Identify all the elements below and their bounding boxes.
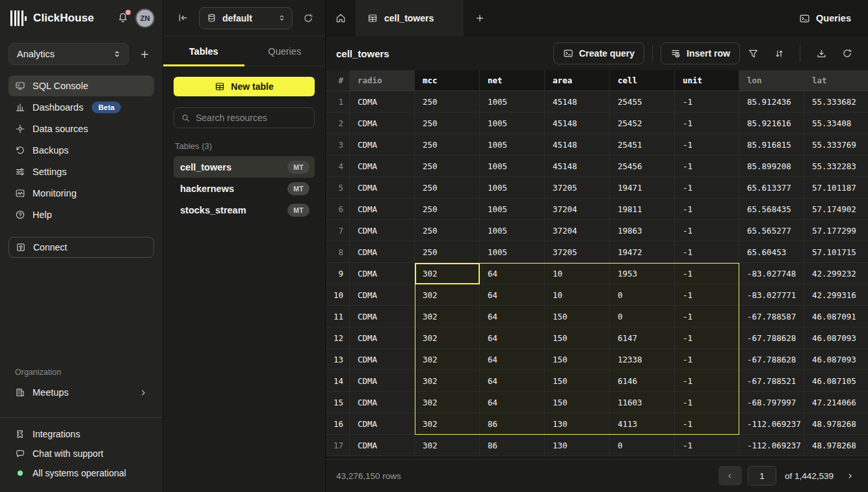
cell-radio[interactable]: CDMA [350,177,415,198]
connect-button[interactable]: Connect [8,237,154,258]
cell-cell[interactable]: 4113 [610,413,675,435]
cell-cell[interactable]: 6146 [610,370,675,392]
cell-lat[interactable]: 55.333682 [804,91,868,113]
queries-button[interactable]: Queries [782,0,868,36]
sidebar-item-data-sources[interactable]: Data sources [8,118,154,139]
cell-radio[interactable]: CDMA [350,198,415,220]
cell-mcc[interactable]: 302 [415,284,480,306]
sidebar-item-meetups[interactable]: Meetups [8,382,154,403]
cell-cell[interactable]: 6147 [610,327,675,349]
cell-lat[interactable]: 55.33408 [804,113,868,134]
column-header-lat[interactable]: lat [804,70,868,91]
cell-lon[interactable]: -67.788628 [739,327,804,349]
cell-lon[interactable]: 85.921616 [739,113,804,134]
database-select[interactable]: default [199,7,293,29]
cell-lat[interactable]: 47.214066 [804,392,868,413]
cell-lat[interactable]: 42.299232 [804,263,868,284]
cell-radio[interactable]: CDMA [350,284,415,306]
cell-radio[interactable]: CDMA [350,156,415,177]
cell-net[interactable]: 64 [480,392,545,413]
cell-unit[interactable]: -1 [675,91,739,113]
table-list-item-cell_towers[interactable]: cell_towersMT [174,156,315,178]
row-number-cell[interactable]: 14 [326,370,350,392]
table-list-item-hackernews[interactable]: hackernewsMT [174,178,315,199]
cell-net[interactable]: 1005 [480,156,545,177]
cell-area[interactable]: 45148 [545,113,610,134]
cell-lon[interactable]: 65.565277 [739,220,804,241]
collapse-panel-button[interactable] [175,10,191,26]
cell-cell[interactable]: 11603 [610,392,675,413]
row-number-cell[interactable]: 9 [326,263,350,284]
cell-radio[interactable]: CDMA [350,413,415,435]
export-button[interactable] [808,42,834,64]
new-tab-button[interactable] [464,0,496,36]
cell-unit[interactable]: -1 [675,284,739,306]
sidebar-footer-item-chat-with-support[interactable]: Chat with support [8,444,154,463]
cell-lat[interactable]: 48.978268 [804,435,868,456]
cell-net[interactable]: 64 [480,349,545,370]
add-workspace-button[interactable] [135,45,153,63]
filter-button[interactable] [740,42,766,64]
cell-radio[interactable]: CDMA [350,113,415,134]
cell-cell[interactable]: 1953 [610,263,675,284]
cell-mcc[interactable]: 250 [415,198,480,220]
cell-area[interactable]: 45148 [545,156,610,177]
cell-net[interactable]: 64 [480,306,545,327]
cell-radio[interactable]: CDMA [350,392,415,413]
cell-radio[interactable]: CDMA [350,241,415,263]
cell-net[interactable]: 64 [480,284,545,306]
cell-area[interactable]: 45148 [545,134,610,156]
sidebar-footer-item-integrations[interactable]: Integrations [8,424,154,444]
cell-unit[interactable]: -1 [675,349,739,370]
row-number-cell[interactable]: 11 [326,306,350,327]
row-number-cell[interactable]: 5 [326,177,350,198]
cell-cell[interactable]: 25456 [610,156,675,177]
cell-cell[interactable]: 0 [610,435,675,456]
cell-lat[interactable]: 55.333769 [804,134,868,156]
cell-unit[interactable]: -1 [675,113,739,134]
column-header-cell[interactable]: cell [610,70,675,91]
cell-mcc[interactable]: 250 [415,134,480,156]
row-number-cell[interactable]: 3 [326,134,350,156]
cell-lon[interactable]: -68.797997 [739,392,804,413]
cell-lat[interactable]: 57.101715 [804,241,868,263]
cell-radio[interactable]: CDMA [350,370,415,392]
cell-area[interactable]: 37204 [545,198,610,220]
cell-mcc[interactable]: 250 [415,113,480,134]
refresh-table-button[interactable] [834,42,860,64]
cell-lon[interactable]: -67.788521 [739,370,804,392]
cell-lat[interactable]: 42.299316 [804,284,868,306]
cell-mcc[interactable]: 250 [415,156,480,177]
cell-mcc[interactable]: 302 [415,392,480,413]
cell-mcc[interactable]: 302 [415,263,480,284]
cell-unit[interactable]: -1 [675,263,739,284]
row-number-cell[interactable]: 16 [326,413,350,435]
cell-cell[interactable]: 0 [610,306,675,327]
column-header-net[interactable]: net [480,70,545,91]
cell-area[interactable]: 130 [545,435,610,456]
cell-area[interactable]: 150 [545,392,610,413]
cell-lon[interactable]: 85.912436 [739,91,804,113]
cell-lon[interactable]: 65.613377 [739,177,804,198]
cell-unit[interactable]: -1 [675,327,739,349]
cell-area[interactable]: 37204 [545,220,610,241]
column-header-lon[interactable]: lon [739,70,804,91]
sidebar-item-sql-console[interactable]: SQL Console [8,75,154,96]
avatar[interactable]: ZN [137,10,153,27]
cell-lat[interactable]: 46.087093 [804,327,868,349]
row-number-cell[interactable]: 12 [326,327,350,349]
cell-lon[interactable]: -67.788628 [739,349,804,370]
row-number-cell[interactable]: 15 [326,392,350,413]
cell-unit[interactable]: -1 [675,370,739,392]
cell-radio[interactable]: CDMA [350,435,415,456]
sidebar-item-settings[interactable]: Settings [8,161,154,182]
cell-area[interactable]: 10 [545,284,610,306]
cell-lon[interactable]: -83.027748 [739,263,804,284]
cell-cell[interactable]: 19863 [610,220,675,241]
cell-radio[interactable]: CDMA [350,349,415,370]
cell-area[interactable]: 37205 [545,241,610,263]
cell-lat[interactable]: 46.087105 [804,370,868,392]
cell-cell[interactable]: 19811 [610,198,675,220]
cell-net[interactable]: 1005 [480,198,545,220]
cell-lon[interactable]: -112.069237 [739,413,804,435]
